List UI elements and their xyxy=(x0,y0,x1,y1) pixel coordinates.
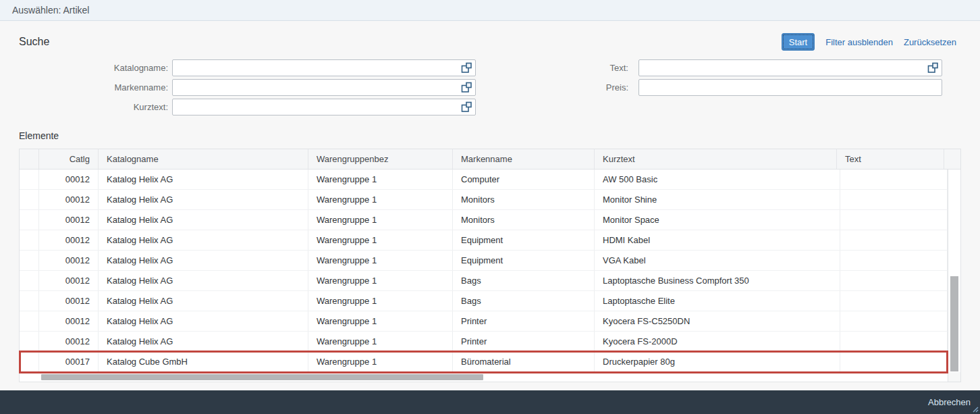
value-help-icon[interactable] xyxy=(461,101,472,113)
table-cell-catlg: 00012 xyxy=(39,210,99,230)
table-header-row: Catlg Katalogname Warengruppenbez Marken… xyxy=(20,149,960,170)
column-header-warengruppenbez: Warengruppenbez xyxy=(308,149,453,169)
dialog-title: Auswählen: Artikel xyxy=(12,5,89,16)
table-cell-catlg: 00012 xyxy=(39,230,99,250)
preis-field-wrap xyxy=(638,79,942,96)
table-cell-sel xyxy=(20,210,39,230)
filter-row-kurztext: Kurztext: xyxy=(19,99,476,115)
table-cell-sel xyxy=(20,332,39,351)
search-toolbar: Start Filter ausblenden Zurücksetzen xyxy=(782,33,956,51)
table-cell-sel xyxy=(20,190,39,209)
katalogname-input[interactable] xyxy=(172,59,476,76)
filter-column-right: Text: Preis: xyxy=(476,59,942,115)
filter-column-left: Katalogname: Markenname: xyxy=(19,59,476,115)
table-row[interactable]: 00012Katalog Helix AGWarengruppe 1Printe… xyxy=(20,311,948,332)
filter-row-markenname: Markenname: xyxy=(19,79,476,96)
table-cell-catlg: 00012 xyxy=(39,170,99,189)
table-row[interactable]: 00012Katalog Helix AGWarengruppe 1Equipm… xyxy=(20,230,948,251)
table-cell-markenname: Bags xyxy=(453,271,595,290)
table-cell-sel xyxy=(20,352,39,371)
vertical-scrollbar xyxy=(948,170,960,372)
elements-table: Catlg Katalogname Warengruppenbez Marken… xyxy=(19,149,961,382)
table-row[interactable]: 00012Katalog Helix AGWarengruppe 1Equipm… xyxy=(20,251,948,271)
table-cell-warengruppenbez: Warengruppe 1 xyxy=(308,352,453,371)
table-row[interactable]: 00012Katalog Helix AGWarengruppe 1Printe… xyxy=(20,332,948,352)
table-cell-text xyxy=(840,332,948,351)
table-row[interactable]: 00012Katalog Helix AGWarengruppe 1Monito… xyxy=(20,190,948,210)
column-header-katalogname: Katalogname xyxy=(99,149,308,169)
cancel-button[interactable]: Abbrechen xyxy=(928,397,971,407)
table-cell-kurztext: VGA Kabel xyxy=(595,251,840,270)
markenname-input[interactable] xyxy=(172,79,476,96)
table-cell-markenname: Monitors xyxy=(453,210,595,230)
text-input[interactable] xyxy=(638,59,942,76)
table-cell-text xyxy=(840,352,948,371)
table-cell-kurztext: Monitor Shine xyxy=(595,190,840,209)
table-cell-katalogname: Katalog Helix AG xyxy=(99,311,308,331)
reset-link[interactable]: Zurücksetzen xyxy=(904,37,956,47)
table-cell-warengruppenbez: Warengruppe 1 xyxy=(308,230,453,250)
vertical-scrollbar-thumb[interactable] xyxy=(950,276,958,372)
table-body-wrap: 00012Katalog Helix AGWarengruppe 1Comput… xyxy=(20,170,960,372)
column-header-kurztext: Kurztext xyxy=(595,149,837,169)
text-label: Text: xyxy=(476,63,638,73)
table-cell-katalogname: Katalog Helix AG xyxy=(99,230,308,250)
table-cell-warengruppenbez: Warengruppe 1 xyxy=(308,251,453,270)
dialog-title-bar: Auswählen: Artikel xyxy=(0,0,980,21)
start-button[interactable]: Start xyxy=(782,33,815,51)
search-section-title: Suche xyxy=(19,36,49,48)
table-row[interactable]: 00012Katalog Helix AGWarengruppe 1BagsLa… xyxy=(20,291,948,311)
table-cell-markenname: Equipment xyxy=(453,230,595,250)
table-body: 00012Katalog Helix AGWarengruppe 1Comput… xyxy=(20,170,960,372)
table-cell-sel xyxy=(20,311,39,331)
table-cell-kurztext: HDMI Kabel xyxy=(595,230,840,250)
table-cell-text xyxy=(840,210,948,230)
column-header-catlg: Catlg xyxy=(39,149,99,169)
resize-grip-icon[interactable] xyxy=(971,405,979,413)
table-cell-catlg: 00012 xyxy=(39,271,99,290)
table-cell-markenname: Computer xyxy=(453,170,595,189)
table-cell-text xyxy=(840,190,948,209)
table-cell-warengruppenbez: Warengruppe 1 xyxy=(308,291,453,311)
hide-filters-link[interactable]: Filter ausblenden xyxy=(825,37,893,47)
table-cell-catlg: 00017 xyxy=(39,352,99,371)
kurztext-label: Kurztext: xyxy=(19,102,172,112)
value-help-icon[interactable] xyxy=(461,62,472,74)
column-header-scroll-spacer xyxy=(944,149,960,169)
table-row[interactable]: 00012Katalog Helix AGWarengruppe 1Monito… xyxy=(20,210,948,230)
table-cell-catlg: 00012 xyxy=(39,311,99,331)
value-help-icon[interactable] xyxy=(461,82,472,93)
katalogname-label: Katalogname: xyxy=(19,63,172,73)
table-cell-warengruppenbez: Warengruppe 1 xyxy=(308,271,453,290)
filter-row-katalogname: Katalogname: xyxy=(19,59,476,76)
table-cell-markenname: Printer xyxy=(453,332,595,351)
text-field-wrap xyxy=(638,59,942,76)
table-row-highlighted[interactable]: 00017Katalog Cube GmbHWarengruppe 1Bürom… xyxy=(20,352,948,372)
table-cell-sel xyxy=(20,230,39,250)
elements-section-title: Elemente xyxy=(19,130,961,142)
table-cell-sel xyxy=(20,251,39,270)
table-cell-katalogname: Katalog Helix AG xyxy=(99,170,308,189)
katalogname-field-wrap xyxy=(172,59,476,76)
kurztext-input[interactable] xyxy=(172,99,476,115)
table-cell-katalogname: Katalog Helix AG xyxy=(99,251,308,270)
table-cell-katalogname: Katalog Helix AG xyxy=(99,291,308,311)
table-row[interactable]: 00012Katalog Helix AGWarengruppe 1Comput… xyxy=(20,170,948,190)
table-cell-warengruppenbez: Warengruppe 1 xyxy=(308,311,453,331)
column-header-markenname: Markenname xyxy=(453,149,595,169)
markenname-field-wrap xyxy=(172,79,476,96)
select-article-dialog: Auswählen: Artikel Suche Start Filter au… xyxy=(0,0,980,414)
table-cell-markenname: Printer xyxy=(453,311,595,331)
markenname-label: Markenname: xyxy=(19,82,172,93)
table-cell-kurztext: Monitor Space xyxy=(595,210,840,230)
table-cell-kurztext: Laptoptasche Business Compfort 350 xyxy=(595,271,840,290)
value-help-icon[interactable] xyxy=(927,62,939,74)
table-cell-warengruppenbez: Warengruppe 1 xyxy=(308,210,453,230)
preis-input[interactable] xyxy=(638,79,942,96)
table-cell-sel xyxy=(20,271,39,290)
filter-row-text: Text: xyxy=(476,59,942,76)
table-row[interactable]: 00012Katalog Helix AGWarengruppe 1BagsLa… xyxy=(20,271,948,291)
table-cell-text xyxy=(840,291,948,311)
horizontal-scrollbar-thumb[interactable] xyxy=(41,374,483,380)
column-header-text: Text xyxy=(837,149,944,169)
